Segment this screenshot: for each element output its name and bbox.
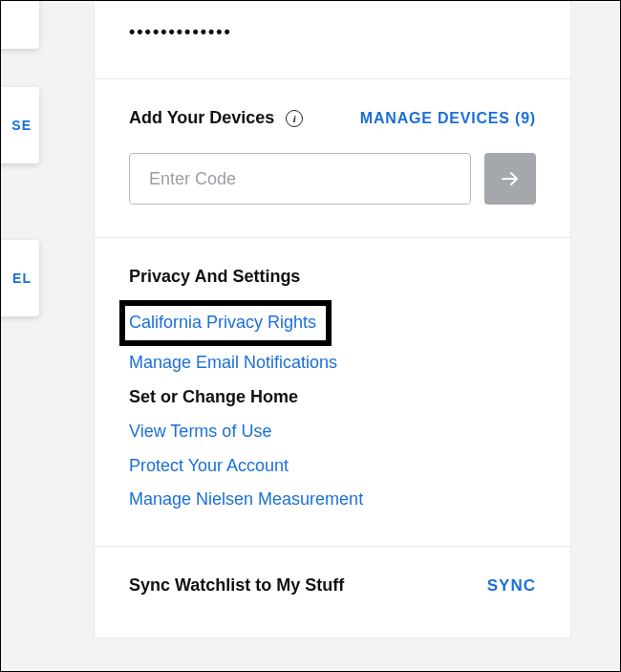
link-california-privacy[interactable]: California Privacy Rights bbox=[129, 313, 316, 332]
add-devices-section: Add Your Devices i MANAGE DEVICES (9) bbox=[95, 79, 570, 238]
submit-code-button[interactable] bbox=[484, 153, 536, 205]
sync-row: Sync Watchlist to My Stuff SYNC bbox=[129, 575, 536, 596]
password-section: ••••••••••••• bbox=[95, 1, 570, 79]
password-masked: ••••••••••••• bbox=[129, 22, 536, 42]
devices-title-group: Add Your Devices i bbox=[129, 108, 303, 128]
privacy-title: Privacy And Settings bbox=[129, 267, 536, 287]
highlight-california: California Privacy Rights bbox=[119, 300, 332, 346]
link-manage-email[interactable]: Manage Email Notifications bbox=[129, 350, 337, 377]
privacy-section: Privacy And Settings California Privacy … bbox=[95, 238, 570, 547]
manage-devices-link[interactable]: MANAGE DEVICES (9) bbox=[360, 110, 536, 127]
left-tile-1[interactable]: SE bbox=[0, 87, 39, 163]
privacy-links-list: California Privacy Rights Manage Email N… bbox=[129, 300, 536, 513]
enter-code-input[interactable] bbox=[129, 153, 471, 205]
left-tile-2[interactable]: EL bbox=[0, 240, 39, 316]
link-terms-of-use[interactable]: View Terms of Use bbox=[129, 419, 271, 445]
devices-header: Add Your Devices i MANAGE DEVICES (9) bbox=[129, 108, 536, 128]
link-protect-account[interactable]: Protect Your Account bbox=[129, 453, 289, 480]
link-nielsen[interactable]: Manage Nielsen Measurement bbox=[129, 487, 363, 513]
settings-panel: ••••••••••••• Add Your Devices i MANAGE … bbox=[95, 1, 570, 638]
link-set-home[interactable]: Set or Change Home bbox=[129, 384, 298, 411]
arrow-right-icon bbox=[499, 167, 522, 190]
enter-code-row bbox=[129, 153, 536, 205]
left-tile-0[interactable] bbox=[0, 0, 39, 49]
sync-section: Sync Watchlist to My Stuff SYNC bbox=[95, 547, 570, 638]
devices-title: Add Your Devices bbox=[129, 108, 274, 128]
sync-button[interactable]: SYNC bbox=[487, 576, 536, 596]
sync-label: Sync Watchlist to My Stuff bbox=[129, 575, 344, 596]
info-icon[interactable]: i bbox=[286, 110, 303, 127]
